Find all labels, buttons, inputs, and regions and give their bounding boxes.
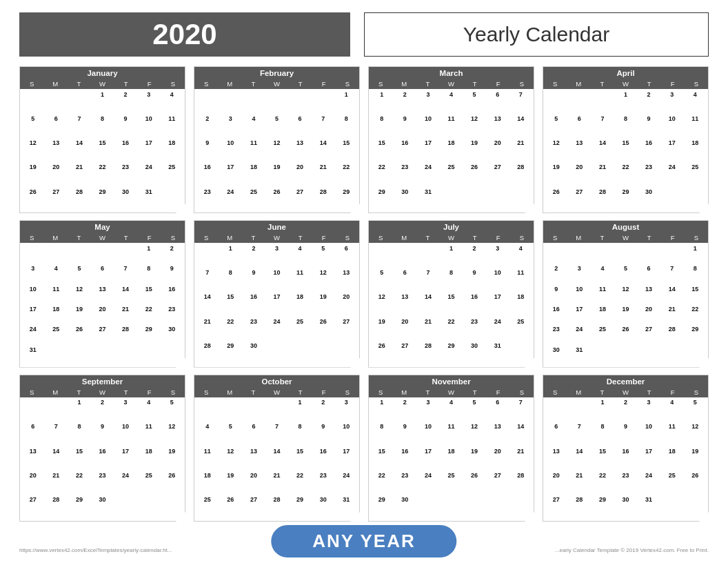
day-cell: 19 (463, 139, 486, 163)
day-cell: 21 (45, 471, 68, 495)
dow-row-june: SMTWTFS (194, 233, 359, 243)
day-cell: 7 (196, 268, 219, 293)
day-cell: 25 (45, 325, 68, 345)
day-cell: 23 (394, 163, 417, 187)
day-cell: 26 (463, 163, 486, 187)
day-cell: 10 (660, 114, 684, 138)
day-cell: 4 (440, 398, 463, 422)
day-cell: 17 (21, 304, 45, 324)
day-cell: 1 (370, 398, 394, 422)
day-cell: 1 (614, 90, 638, 114)
month-header-january: January (20, 67, 185, 79)
day-cell: 30 (160, 325, 183, 345)
day-cell: 28 (265, 495, 289, 520)
days-grid-november: 1234567891011121314151617181920212223242… (369, 397, 534, 521)
day-cell: 15 (591, 446, 614, 471)
month-card-december: DecemberSMTWTFS 123456789101112131415161… (543, 375, 709, 522)
day-cell: 19 (68, 304, 91, 324)
day-cell: 10 (334, 422, 358, 446)
day-cell: 2 (160, 244, 183, 264)
month-header-october: October (194, 375, 359, 387)
day-cell: 10 (137, 114, 161, 138)
day-cell: 14 (196, 293, 219, 317)
month-header-march: March (369, 67, 534, 79)
day-cell: 7 (660, 264, 684, 284)
days-grid-september: 1234567891011121314151617181920212223242… (20, 397, 185, 521)
header: 2020 Yearly Calendar (19, 12, 709, 57)
day-cell: 23 (196, 187, 219, 211)
day-cell: 9 (394, 114, 417, 138)
day-cell: 17 (660, 139, 684, 163)
day-cell: 2 (312, 398, 335, 422)
day-cell: 26 (312, 317, 335, 341)
day-cell: 30 (545, 345, 568, 365)
day-cell: 15 (614, 139, 638, 163)
day-cell: 28 (509, 163, 532, 187)
day-cell: 23 (394, 471, 417, 495)
day-cell: 28 (114, 325, 137, 345)
day-cell: 1 (68, 398, 91, 422)
day-cell: 15 (370, 139, 394, 163)
day-cell: 2 (114, 90, 137, 114)
month-header-february: February (194, 67, 359, 79)
day-cell: 23 (160, 304, 183, 324)
day-cell: 29 (440, 341, 463, 365)
day-cell: 29 (683, 325, 707, 345)
day-cell: 5 (463, 398, 486, 422)
day-cell: 9 (242, 268, 265, 293)
day-cell: 5 (68, 264, 91, 284)
day-cell: 13 (486, 422, 509, 446)
day-cell: 30 (463, 341, 486, 365)
day-cell: 21 (416, 317, 440, 341)
day-cell: 29 (591, 495, 614, 520)
day-cell: 20 (288, 163, 312, 187)
day-cell: 4 (242, 114, 265, 138)
month-header-june: June (194, 221, 359, 233)
day-cell: 16 (114, 139, 137, 163)
day-cell: 17 (416, 139, 440, 163)
days-grid-october: 1234567891011121314151617181920212223242… (194, 397, 359, 521)
month-header-may: May (20, 221, 185, 233)
day-cell: 6 (637, 264, 660, 284)
day-cell: 22 (440, 317, 463, 341)
day-cell: 12 (265, 139, 289, 163)
day-cell: 9 (312, 422, 335, 446)
day-cell: 11 (137, 422, 161, 446)
day-cell: 13 (242, 446, 265, 471)
any-year-button[interactable]: ANY YEAR (271, 525, 456, 557)
day-cell: 12 (21, 139, 45, 163)
day-cell: 14 (114, 284, 137, 304)
day-cell: 16 (91, 446, 114, 471)
day-cell: 20 (486, 139, 509, 163)
footer-url-left: https://www.vertex42.com/ExcelTemplates/… (19, 547, 172, 553)
month-card-july: JulySMTWTFS 1234567891011121314151617181… (368, 220, 534, 367)
day-cell: 20 (486, 446, 509, 471)
day-cell: 10 (568, 284, 592, 304)
day-cell: 26 (219, 495, 243, 520)
day-cell: 7 (416, 268, 440, 293)
day-cell: 10 (21, 284, 45, 304)
day-cell: 19 (370, 317, 394, 341)
day-cell: 27 (637, 325, 660, 345)
day-cell: 18 (196, 471, 219, 495)
day-cell: 16 (463, 293, 486, 317)
day-cell: 16 (394, 446, 417, 471)
day-cell: 19 (683, 446, 707, 471)
month-header-august: August (543, 221, 708, 233)
month-card-april: AprilSMTWTFS 123456789101112131415161718… (543, 66, 709, 213)
day-cell: 27 (394, 341, 417, 365)
day-cell: 9 (394, 422, 417, 446)
day-cell: 5 (265, 114, 289, 138)
day-cell: 17 (219, 163, 243, 187)
day-cell: 7 (509, 90, 532, 114)
day-cell: 10 (416, 422, 440, 446)
day-cell: 15 (683, 284, 707, 304)
day-cell: 22 (683, 304, 707, 324)
day-cell: 30 (242, 341, 265, 365)
day-cell: 13 (394, 293, 417, 317)
day-cell: 10 (114, 422, 137, 446)
day-cell: 28 (509, 471, 532, 495)
day-cell: 19 (545, 163, 568, 187)
day-cell: 29 (370, 187, 394, 211)
day-cell: 13 (334, 268, 358, 293)
